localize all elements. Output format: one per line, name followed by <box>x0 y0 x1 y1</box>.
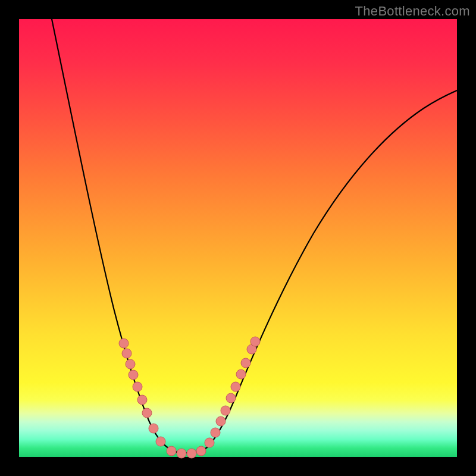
data-point <box>216 416 226 426</box>
data-point <box>129 370 138 380</box>
data-point <box>142 408 152 418</box>
data-point <box>221 406 230 415</box>
data-point <box>205 438 214 447</box>
data-point <box>119 339 129 348</box>
plot-area <box>19 19 457 457</box>
watermark-text: TheBottleneck.com <box>355 4 470 19</box>
chart-frame: TheBottleneck.com <box>0 0 476 476</box>
data-point <box>211 428 220 437</box>
data-point <box>149 424 158 433</box>
data-point <box>137 395 147 405</box>
data-point <box>187 449 196 458</box>
data-point <box>133 382 142 392</box>
data-point <box>196 446 206 456</box>
data-point <box>177 449 186 458</box>
data-point <box>236 369 246 379</box>
data-point <box>167 446 176 456</box>
curve-left <box>52 19 184 453</box>
data-point <box>126 359 135 369</box>
curve-right <box>207 90 457 447</box>
data-point <box>156 437 165 446</box>
data-point <box>231 382 240 392</box>
data-point <box>241 358 250 368</box>
data-point <box>226 393 236 403</box>
data-point <box>122 349 131 358</box>
data-point <box>250 337 260 346</box>
curve-layer <box>19 19 457 457</box>
